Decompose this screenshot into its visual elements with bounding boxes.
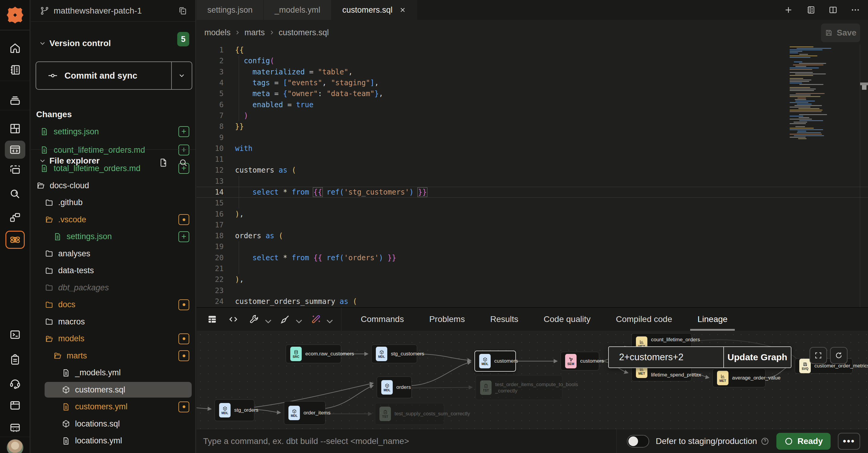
scrollbar-thumb[interactable]	[862, 85, 867, 90]
new-tab-icon[interactable]	[784, 5, 793, 15]
rail-item-drawer[interactable]	[0, 91, 30, 110]
lineage-node-orders[interactable]: MDLorders	[377, 377, 412, 398]
code-line-2[interactable]: 2 config(	[196, 56, 868, 66]
lineage-node-average-order-value[interactable]: METaverage_order_value	[712, 369, 766, 387]
rail-item-terminal[interactable]	[0, 325, 30, 344]
ready-status-badge[interactable]: Ready	[776, 433, 831, 450]
rail-item-notebook[interactable]	[0, 60, 30, 79]
results-table-icon[interactable]	[207, 314, 218, 325]
tree-item-docs[interactable]: docs	[31, 296, 196, 313]
lineage-node-ecom-raw-customers[interactable]: SRCecom.raw_customers	[286, 345, 341, 363]
tree-item-customers-yml[interactable]: customers.yml	[31, 398, 196, 415]
code-line-6[interactable]: 6 enabled = true	[196, 99, 868, 110]
build-wrench-icon[interactable]	[249, 314, 270, 325]
lineage-node-stg-orders[interactable]: MDLstg_orders	[215, 399, 254, 421]
panel-tab-lineage[interactable]: Lineage	[685, 308, 740, 331]
editor-tab--models-yml[interactable]: _models.yml	[264, 0, 332, 20]
rail-item-frame[interactable]	[0, 160, 30, 179]
rail-item-windows[interactable]	[0, 208, 30, 227]
rail-item-headset[interactable]	[0, 374, 30, 393]
rail-item-search2[interactable]	[0, 184, 30, 204]
lineage-graph[interactable]: SRCecom.raw_customersMDLstg_customersMDL…	[196, 331, 868, 429]
code-line-16[interactable]: 16),	[196, 208, 868, 219]
code-line-1[interactable]: 1{{	[196, 44, 868, 56]
more-actions-button[interactable]: •••	[838, 433, 860, 450]
rail-item-grid[interactable]	[0, 119, 30, 138]
code-line-13[interactable]: 13	[196, 176, 868, 187]
code-line-7[interactable]: 7 )	[196, 110, 868, 121]
code-line-24[interactable]: 24customer_orders_summary as (	[196, 296, 868, 307]
file-explorer-header[interactable]: File explorer	[38, 156, 100, 166]
save-button[interactable]: Save	[821, 24, 860, 42]
editor-minimap[interactable]	[789, 46, 835, 140]
tree-item--github[interactable]: .github	[31, 194, 196, 211]
tree-item--vscode[interactable]: .vscode	[31, 211, 196, 228]
panel-tab-results[interactable]: Results	[477, 308, 531, 331]
split-editor-icon[interactable]	[828, 5, 838, 15]
editor-scrollbar[interactable]	[860, 44, 868, 307]
rail-item-atom[interactable]	[0, 230, 30, 249]
code-line-23[interactable]: 23	[196, 285, 868, 296]
breadcrumb-segment[interactable]: models	[204, 28, 230, 37]
panel-tab-compiled-code[interactable]: Compiled code	[603, 308, 685, 331]
tree-item-settings-json[interactable]: settings.json+	[31, 228, 196, 245]
tree-item-dbt-packages[interactable]: dbt_packages	[31, 279, 196, 296]
lineage-node-test-supply-costs-sum-correctly[interactable]: TSTtest_supply_costs_sum_correctly	[375, 403, 444, 425]
rail-item-codewin[interactable]	[0, 140, 30, 159]
lineage-node-order-items[interactable]: MDLorder_items	[284, 401, 326, 425]
lineage-node-stg-customers[interactable]: MDLstg_customers	[371, 345, 417, 363]
chevron-down-icon[interactable]	[263, 316, 270, 323]
panel-tab-problems[interactable]: Problems	[416, 308, 477, 331]
tree-item-locations-yml[interactable]: locations.yml	[31, 432, 196, 449]
code-icon[interactable]	[228, 314, 239, 325]
code-line-18[interactable]: 18orders as (	[196, 230, 868, 241]
tree-item-models[interactable]: models	[31, 330, 196, 347]
rail-item-robot[interactable]	[0, 418, 30, 437]
lineage-refresh-button[interactable]	[830, 347, 847, 364]
copy-icon[interactable]	[178, 6, 187, 16]
search-icon[interactable]	[179, 158, 188, 167]
format-broom-icon[interactable]	[280, 314, 300, 325]
command-input[interactable]: Type a command, ex. dbt build --select <…	[203, 436, 409, 446]
branch-row[interactable]: matthewshaver-patch-1	[31, 0, 196, 22]
panel-tab-code-quality[interactable]: Code quality	[531, 308, 603, 331]
code-line-22[interactable]: 22),	[196, 274, 868, 285]
tree-item-docs-cloud[interactable]: docs-cloud	[31, 177, 196, 194]
tree-item-analyses[interactable]: analyses	[31, 245, 196, 262]
ai-fix-wand-icon[interactable]	[310, 314, 331, 325]
editor-tab-settings-json[interactable]: settings.json	[196, 0, 264, 20]
code-line-14[interactable]: 14 select * from {{ ref('stg_customers')…	[196, 187, 868, 198]
editor-tab-customers-sql[interactable]: customers.sql	[332, 0, 418, 20]
breadcrumb-segment[interactable]: marts	[244, 28, 265, 37]
commit-dropdown-button[interactable]	[172, 72, 192, 79]
code-editor[interactable]: 1{{2 config(3 materialized = "table",4 t…	[196, 44, 868, 307]
tree-item-marts[interactable]: marts	[31, 347, 196, 364]
tree-item-locations-sql[interactable]: locations.sql	[31, 415, 196, 432]
code-line-8[interactable]: 8}}	[196, 121, 868, 132]
rail-item-home[interactable]	[0, 38, 30, 58]
code-line-10[interactable]: 10with	[196, 143, 868, 154]
code-line-20[interactable]: 20 select * from {{ ref('orders') }}	[196, 252, 868, 263]
code-line-11[interactable]: 11	[196, 154, 868, 165]
help-question-icon[interactable]	[761, 437, 769, 446]
new-file-icon[interactable]	[158, 158, 168, 167]
breadcrumb-segment[interactable]: customers.sql	[279, 28, 329, 37]
code-line-12[interactable]: 12customers as (	[196, 165, 868, 175]
code-line-4[interactable]: 4 tags = ["events", "staging"],	[196, 77, 868, 88]
more-options-icon[interactable]	[850, 5, 860, 15]
close-icon[interactable]	[399, 6, 406, 13]
tree-item-customers-sql[interactable]: customers.sql	[31, 381, 196, 398]
tree-item-data-tests[interactable]: data-tests	[31, 262, 196, 279]
rail-item-browser[interactable]	[0, 396, 30, 415]
chevron-down-icon[interactable]	[293, 316, 300, 323]
notebook-icon[interactable]	[806, 5, 815, 15]
code-line-9[interactable]: 9	[196, 132, 868, 143]
lineage-node-customers[interactable]: MDLcustomers	[474, 351, 516, 372]
version-control-header[interactable]: Version control	[38, 38, 111, 48]
update-graph-button[interactable]: Update Graph	[724, 347, 791, 367]
code-line-17[interactable]: 17	[196, 220, 868, 230]
code-line-21[interactable]: 21	[196, 263, 868, 274]
commit-and-sync-button[interactable]: Commit and sync	[36, 61, 192, 90]
panel-tab-commands[interactable]: Commands	[348, 308, 416, 331]
rail-item-clipboard[interactable]	[0, 350, 30, 369]
